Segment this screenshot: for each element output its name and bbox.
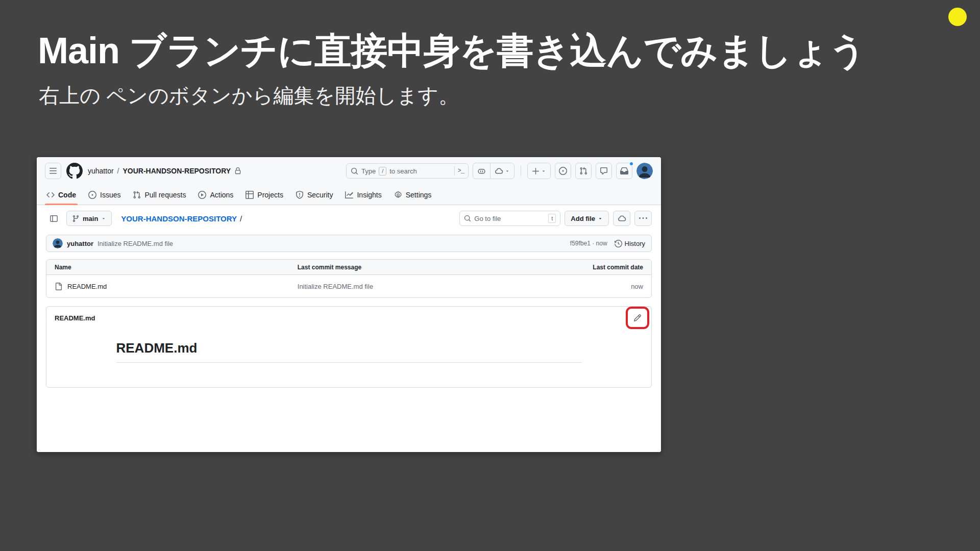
edit-readme-button[interactable]	[629, 309, 646, 327]
tab-code[interactable]: Code	[42, 185, 81, 205]
slide-marker-dot	[948, 8, 967, 26]
breadcrumb: yuhattor / YOUR-HANDSON-REPOSITORY	[88, 167, 241, 175]
play-icon	[198, 191, 206, 199]
search-icon	[464, 215, 471, 222]
slide-title: Main ブランチに直接中身を書き込んでみましょう	[38, 27, 866, 76]
gear-icon	[394, 191, 402, 199]
more-options-button[interactable]	[634, 211, 652, 226]
repo-root-link[interactable]: YOUR-HANDSON-REPOSITORY	[121, 214, 237, 223]
go-to-file-input[interactable]	[474, 215, 545, 222]
commit-meta: f59fbe1 · now History	[570, 240, 645, 247]
tab-label: Code	[58, 191, 76, 199]
copilot-button[interactable]	[473, 163, 490, 179]
readme-section: README.md README.md	[46, 306, 652, 388]
branch-selector-button[interactable]: main	[66, 211, 112, 226]
tab-label: Pull requests	[144, 191, 186, 199]
commit-author-name[interactable]: yuhattor	[67, 240, 93, 247]
command-palette-icon[interactable]: >_	[458, 167, 464, 174]
git-pull-request-icon	[579, 167, 587, 175]
hamburger-icon	[49, 167, 57, 175]
copilot-button-group	[473, 163, 514, 179]
file-table: Name Last commit message Last commit dat…	[46, 259, 652, 298]
edit-button-wrap	[629, 309, 646, 327]
add-file-button[interactable]: Add file	[565, 211, 609, 226]
github-logo-icon[interactable]	[66, 163, 83, 179]
tab-label: Security	[307, 191, 333, 199]
tab-projects[interactable]: Projects	[241, 185, 288, 205]
history-link[interactable]: History	[615, 240, 645, 247]
global-search-box[interactable]: Type / to search >_	[346, 163, 469, 179]
header-actions: Type / to search >_	[346, 163, 653, 179]
hamburger-menu-button[interactable]	[45, 163, 61, 179]
tab-issues[interactable]: Issues	[84, 185, 125, 205]
history-clock-icon	[615, 240, 622, 247]
breadcrumb-path: YOUR-HANDSON-REPOSITORY/	[121, 214, 242, 223]
notifications-button[interactable]	[616, 163, 632, 179]
chevron-down-icon	[598, 216, 603, 221]
kebab-icon	[639, 214, 647, 222]
github-header: yuhattor / YOUR-HANDSON-REPOSITORY Type …	[37, 157, 661, 185]
commit-sha-time[interactable]: f59fbe1 · now	[570, 240, 607, 247]
search-divider	[454, 166, 455, 176]
go-to-file-search[interactable]: t	[459, 211, 560, 226]
column-date[interactable]: Last commit date	[590, 264, 651, 271]
issue-opened-icon	[559, 167, 567, 175]
readme-bar-title: README.md	[55, 314, 95, 322]
pencil-icon	[633, 314, 642, 322]
cloud-icon	[495, 167, 503, 176]
tab-pull-requests[interactable]: Pull requests	[128, 185, 190, 205]
code-icon	[46, 191, 55, 199]
latest-commit-bar: yuhattor Initialize README.md file f59fb…	[46, 235, 652, 252]
readme-body: README.md	[116, 329, 582, 363]
chevron-down-icon	[541, 168, 546, 173]
toolbar-actions: t Add file	[459, 211, 652, 226]
readme-heading: README.md	[116, 340, 582, 363]
table-row[interactable]: README.md Initialize README.md file now	[46, 275, 651, 297]
file-toolbar: main YOUR-HANDSON-REPOSITORY/ t Add file	[46, 210, 652, 227]
slash-shortcut-badge: /	[379, 167, 386, 176]
commit-message[interactable]: Initialize README.md file	[97, 240, 173, 247]
chat-header-button[interactable]	[596, 163, 612, 179]
tab-label: Projects	[257, 191, 283, 199]
chevron-down-icon	[101, 216, 106, 221]
tab-actions[interactable]: Actions	[193, 185, 238, 205]
history-label: History	[625, 240, 645, 247]
search-icon	[351, 167, 358, 175]
tab-label: Insights	[357, 191, 381, 199]
tab-settings[interactable]: Settings	[389, 185, 436, 205]
code-dropdown-button[interactable]	[613, 211, 630, 226]
tab-label: Settings	[406, 191, 432, 199]
readme-header-bar: README.md	[46, 307, 651, 329]
git-pull-request-icon	[133, 191, 141, 199]
breadcrumb-separator: /	[117, 167, 119, 175]
tab-label: Issues	[100, 191, 120, 199]
chevron-down-icon	[505, 168, 510, 173]
unread-notification-dot	[629, 161, 634, 166]
create-new-button[interactable]	[527, 163, 551, 179]
t-shortcut-badge: t	[548, 214, 556, 223]
file-name-link[interactable]: README.md	[67, 283, 107, 290]
shield-icon	[296, 191, 304, 199]
copilot-icon	[477, 167, 486, 176]
commit-author-avatar[interactable]	[53, 238, 63, 248]
plus-icon	[532, 167, 540, 175]
breadcrumb-repo[interactable]: YOUR-HANDSON-REPOSITORY	[122, 167, 231, 175]
tab-insights[interactable]: Insights	[340, 185, 386, 205]
file-commit-message[interactable]: Initialize README.md file	[298, 283, 590, 290]
column-name[interactable]: Name	[46, 264, 298, 271]
inbox-icon	[620, 167, 628, 175]
breadcrumb-owner[interactable]: yuhattor	[88, 167, 114, 175]
repo-nav-tabs: Code Issues Pull requests Actions Projec…	[37, 185, 661, 205]
column-message[interactable]: Last commit message	[298, 264, 590, 271]
side-panel-toggle-button[interactable]	[46, 211, 61, 226]
tab-security[interactable]: Security	[291, 185, 338, 205]
file-commit-date: now	[590, 283, 651, 290]
pull-requests-header-button[interactable]	[575, 163, 592, 179]
graph-icon	[345, 191, 353, 199]
user-avatar[interactable]	[636, 163, 653, 179]
comment-icon	[600, 167, 608, 175]
issues-header-button[interactable]	[555, 163, 571, 179]
github-window: yuhattor / YOUR-HANDSON-REPOSITORY Type …	[37, 157, 661, 452]
header-divider	[521, 166, 521, 176]
copilot-chat-button[interactable]	[490, 163, 514, 179]
